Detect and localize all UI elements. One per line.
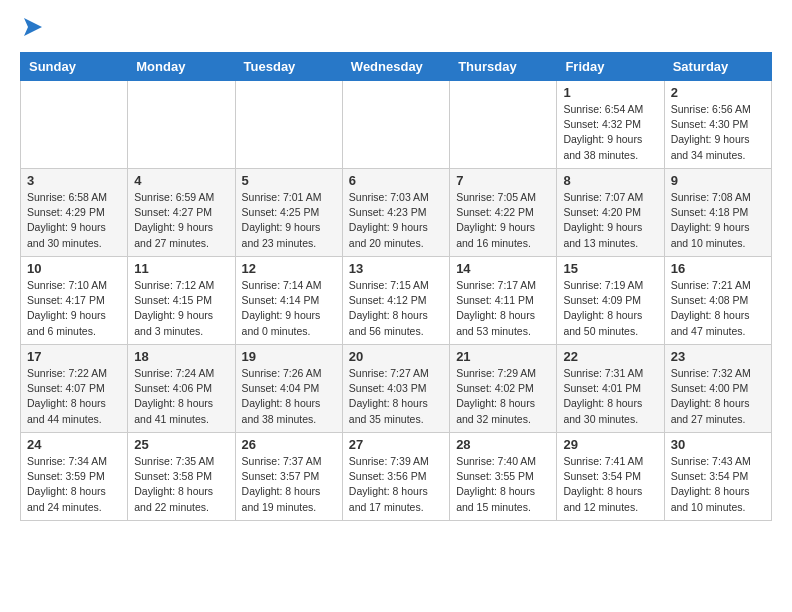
day-number: 29 <box>563 437 657 452</box>
day-info: Sunrise: 7:01 AM Sunset: 4:25 PM Dayligh… <box>242 190 336 251</box>
logo <box>20 16 42 38</box>
calendar-day-23: 23Sunrise: 7:32 AM Sunset: 4:00 PM Dayli… <box>664 345 771 433</box>
calendar-day-3: 3Sunrise: 6:58 AM Sunset: 4:29 PM Daylig… <box>21 169 128 257</box>
calendar-day-25: 25Sunrise: 7:35 AM Sunset: 3:58 PM Dayli… <box>128 433 235 521</box>
calendar-table: SundayMondayTuesdayWednesdayThursdayFrid… <box>20 52 772 521</box>
day-number: 11 <box>134 261 228 276</box>
calendar-day-6: 6Sunrise: 7:03 AM Sunset: 4:23 PM Daylig… <box>342 169 449 257</box>
day-info: Sunrise: 7:05 AM Sunset: 4:22 PM Dayligh… <box>456 190 550 251</box>
day-info: Sunrise: 7:39 AM Sunset: 3:56 PM Dayligh… <box>349 454 443 515</box>
day-number: 25 <box>134 437 228 452</box>
day-info: Sunrise: 7:10 AM Sunset: 4:17 PM Dayligh… <box>27 278 121 339</box>
calendar-day-8: 8Sunrise: 7:07 AM Sunset: 4:20 PM Daylig… <box>557 169 664 257</box>
day-number: 12 <box>242 261 336 276</box>
day-number: 19 <box>242 349 336 364</box>
day-number: 23 <box>671 349 765 364</box>
calendar-day-24: 24Sunrise: 7:34 AM Sunset: 3:59 PM Dayli… <box>21 433 128 521</box>
day-number: 7 <box>456 173 550 188</box>
calendar-day-20: 20Sunrise: 7:27 AM Sunset: 4:03 PM Dayli… <box>342 345 449 433</box>
day-number: 30 <box>671 437 765 452</box>
calendar-day-16: 16Sunrise: 7:21 AM Sunset: 4:08 PM Dayli… <box>664 257 771 345</box>
calendar-day-4: 4Sunrise: 6:59 AM Sunset: 4:27 PM Daylig… <box>128 169 235 257</box>
day-info: Sunrise: 6:56 AM Sunset: 4:30 PM Dayligh… <box>671 102 765 163</box>
day-number: 16 <box>671 261 765 276</box>
calendar-day-2: 2Sunrise: 6:56 AM Sunset: 4:30 PM Daylig… <box>664 81 771 169</box>
empty-cell <box>21 81 128 169</box>
calendar-day-29: 29Sunrise: 7:41 AM Sunset: 3:54 PM Dayli… <box>557 433 664 521</box>
calendar-day-28: 28Sunrise: 7:40 AM Sunset: 3:55 PM Dayli… <box>450 433 557 521</box>
day-number: 1 <box>563 85 657 100</box>
svg-marker-0 <box>24 18 42 36</box>
empty-cell <box>235 81 342 169</box>
day-info: Sunrise: 6:54 AM Sunset: 4:32 PM Dayligh… <box>563 102 657 163</box>
day-info: Sunrise: 7:32 AM Sunset: 4:00 PM Dayligh… <box>671 366 765 427</box>
day-number: 26 <box>242 437 336 452</box>
calendar-day-14: 14Sunrise: 7:17 AM Sunset: 4:11 PM Dayli… <box>450 257 557 345</box>
day-number: 18 <box>134 349 228 364</box>
day-info: Sunrise: 6:59 AM Sunset: 4:27 PM Dayligh… <box>134 190 228 251</box>
day-number: 20 <box>349 349 443 364</box>
weekday-header-friday: Friday <box>557 53 664 81</box>
day-info: Sunrise: 7:26 AM Sunset: 4:04 PM Dayligh… <box>242 366 336 427</box>
day-info: Sunrise: 7:43 AM Sunset: 3:54 PM Dayligh… <box>671 454 765 515</box>
day-info: Sunrise: 7:17 AM Sunset: 4:11 PM Dayligh… <box>456 278 550 339</box>
day-number: 27 <box>349 437 443 452</box>
empty-cell <box>450 81 557 169</box>
day-number: 17 <box>27 349 121 364</box>
day-info: Sunrise: 7:31 AM Sunset: 4:01 PM Dayligh… <box>563 366 657 427</box>
day-number: 5 <box>242 173 336 188</box>
day-number: 8 <box>563 173 657 188</box>
day-info: Sunrise: 6:58 AM Sunset: 4:29 PM Dayligh… <box>27 190 121 251</box>
calendar-day-30: 30Sunrise: 7:43 AM Sunset: 3:54 PM Dayli… <box>664 433 771 521</box>
day-info: Sunrise: 7:41 AM Sunset: 3:54 PM Dayligh… <box>563 454 657 515</box>
day-number: 21 <box>456 349 550 364</box>
day-info: Sunrise: 7:07 AM Sunset: 4:20 PM Dayligh… <box>563 190 657 251</box>
day-info: Sunrise: 7:14 AM Sunset: 4:14 PM Dayligh… <box>242 278 336 339</box>
day-info: Sunrise: 7:35 AM Sunset: 3:58 PM Dayligh… <box>134 454 228 515</box>
weekday-header-tuesday: Tuesday <box>235 53 342 81</box>
day-info: Sunrise: 7:24 AM Sunset: 4:06 PM Dayligh… <box>134 366 228 427</box>
calendar-day-10: 10Sunrise: 7:10 AM Sunset: 4:17 PM Dayli… <box>21 257 128 345</box>
weekday-header-monday: Monday <box>128 53 235 81</box>
weekday-header-wednesday: Wednesday <box>342 53 449 81</box>
day-number: 24 <box>27 437 121 452</box>
day-info: Sunrise: 7:29 AM Sunset: 4:02 PM Dayligh… <box>456 366 550 427</box>
weekday-header-saturday: Saturday <box>664 53 771 81</box>
calendar-day-5: 5Sunrise: 7:01 AM Sunset: 4:25 PM Daylig… <box>235 169 342 257</box>
day-info: Sunrise: 7:27 AM Sunset: 4:03 PM Dayligh… <box>349 366 443 427</box>
day-info: Sunrise: 7:40 AM Sunset: 3:55 PM Dayligh… <box>456 454 550 515</box>
day-info: Sunrise: 7:12 AM Sunset: 4:15 PM Dayligh… <box>134 278 228 339</box>
day-number: 13 <box>349 261 443 276</box>
weekday-header-thursday: Thursday <box>450 53 557 81</box>
day-info: Sunrise: 7:15 AM Sunset: 4:12 PM Dayligh… <box>349 278 443 339</box>
calendar-day-13: 13Sunrise: 7:15 AM Sunset: 4:12 PM Dayli… <box>342 257 449 345</box>
day-number: 9 <box>671 173 765 188</box>
calendar-day-17: 17Sunrise: 7:22 AM Sunset: 4:07 PM Dayli… <box>21 345 128 433</box>
logo-bird-icon <box>20 16 42 38</box>
day-info: Sunrise: 7:21 AM Sunset: 4:08 PM Dayligh… <box>671 278 765 339</box>
day-number: 15 <box>563 261 657 276</box>
day-number: 28 <box>456 437 550 452</box>
day-info: Sunrise: 7:08 AM Sunset: 4:18 PM Dayligh… <box>671 190 765 251</box>
day-number: 22 <box>563 349 657 364</box>
weekday-header-sunday: Sunday <box>21 53 128 81</box>
calendar-day-15: 15Sunrise: 7:19 AM Sunset: 4:09 PM Dayli… <box>557 257 664 345</box>
calendar-day-12: 12Sunrise: 7:14 AM Sunset: 4:14 PM Dayli… <box>235 257 342 345</box>
day-number: 6 <box>349 173 443 188</box>
day-number: 14 <box>456 261 550 276</box>
calendar-day-19: 19Sunrise: 7:26 AM Sunset: 4:04 PM Dayli… <box>235 345 342 433</box>
day-number: 2 <box>671 85 765 100</box>
empty-cell <box>342 81 449 169</box>
calendar-day-21: 21Sunrise: 7:29 AM Sunset: 4:02 PM Dayli… <box>450 345 557 433</box>
calendar-day-11: 11Sunrise: 7:12 AM Sunset: 4:15 PM Dayli… <box>128 257 235 345</box>
day-info: Sunrise: 7:34 AM Sunset: 3:59 PM Dayligh… <box>27 454 121 515</box>
calendar-day-22: 22Sunrise: 7:31 AM Sunset: 4:01 PM Dayli… <box>557 345 664 433</box>
day-info: Sunrise: 7:19 AM Sunset: 4:09 PM Dayligh… <box>563 278 657 339</box>
calendar-day-7: 7Sunrise: 7:05 AM Sunset: 4:22 PM Daylig… <box>450 169 557 257</box>
day-number: 10 <box>27 261 121 276</box>
day-info: Sunrise: 7:37 AM Sunset: 3:57 PM Dayligh… <box>242 454 336 515</box>
calendar-day-1: 1Sunrise: 6:54 AM Sunset: 4:32 PM Daylig… <box>557 81 664 169</box>
calendar-day-27: 27Sunrise: 7:39 AM Sunset: 3:56 PM Dayli… <box>342 433 449 521</box>
day-info: Sunrise: 7:22 AM Sunset: 4:07 PM Dayligh… <box>27 366 121 427</box>
empty-cell <box>128 81 235 169</box>
